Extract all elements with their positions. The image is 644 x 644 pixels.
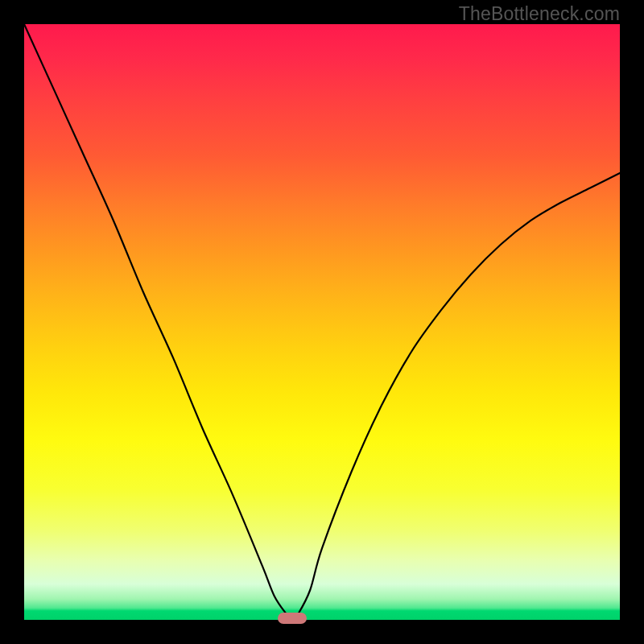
plot-area: [24, 24, 620, 620]
chart-container: TheBottleneck.com: [0, 0, 644, 644]
bottleneck-curve: [24, 24, 620, 620]
curve-svg: [24, 24, 620, 620]
min-marker-pill: [278, 613, 307, 624]
watermark-text: TheBottleneck.com: [459, 3, 620, 25]
